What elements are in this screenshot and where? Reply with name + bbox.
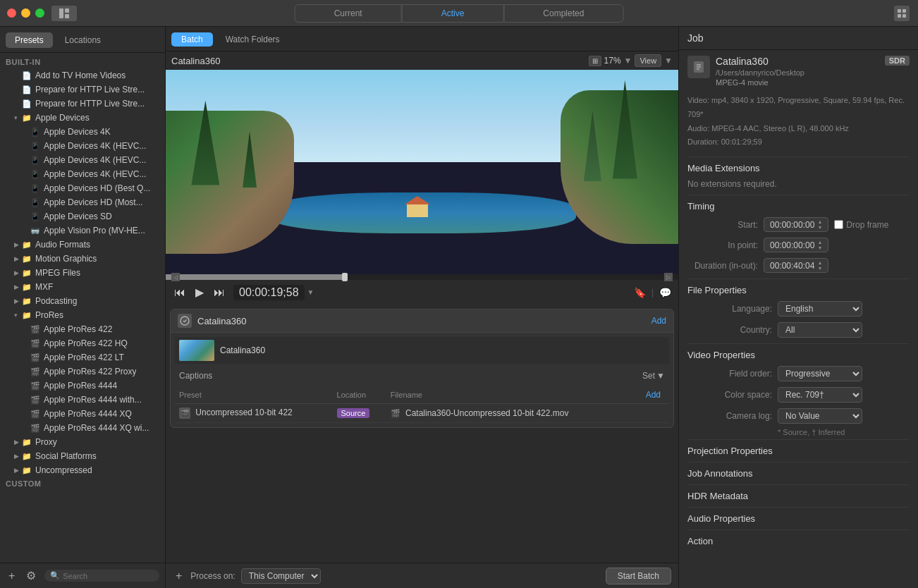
sidebar-item-motion-graphics[interactable]: ▶ 📁 Motion Graphics (0, 252, 165, 266)
view-arrow: ▼ (664, 56, 673, 66)
timecode-display: 00:00:19;58 ▼ (233, 285, 314, 300)
sidebar-item-apple-4k[interactable]: 📱 Apple Devices 4K (0, 125, 165, 139)
sidebar-item-apple-4k-hevc3[interactable]: 📱 Apple Devices 4K (HEVC... (0, 167, 165, 181)
duration-up-btn[interactable]: ▲ (817, 260, 822, 265)
sidebar-item-label: Apple ProRes 422 (44, 324, 112, 334)
sidebar-item-prores-422-hq[interactable]: 🎬 Apple ProRes 422 HQ (0, 336, 165, 350)
timecode-dropdown-arrow[interactable]: ▼ (307, 288, 314, 296)
aspect-ratio-button[interactable]: ⊞ (589, 56, 601, 66)
sidebar-item-prores-4444-xq-wi[interactable]: 🎬 Apple ProRes 4444 XQ wi... (0, 421, 165, 435)
section-media-extensions[interactable]: Media Extensions (687, 157, 910, 176)
sidebar-item-proxy[interactable]: ▶ 📁 Proxy (0, 435, 165, 449)
sidebar-item-apple-sd[interactable]: 📱 Apple Devices SD (0, 209, 165, 223)
inpoint-stepper[interactable]: ▲ ▼ (817, 240, 822, 250)
add-output-button[interactable]: Add (642, 388, 665, 401)
section-video-properties-label: Video Properties (687, 350, 755, 360)
sidebar-item-apple-devices[interactable]: ▾ 📁 Apple Devices (0, 111, 165, 125)
section-file-properties[interactable]: File Properties (687, 278, 910, 298)
tab-locations[interactable]: Locations (56, 32, 110, 48)
add-preset-button[interactable]: + (6, 568, 18, 584)
scrubber-handle[interactable] (342, 273, 348, 281)
sidebar-item-podcasting[interactable]: ▶ 📁 Podcasting (0, 294, 165, 308)
sidebar-item-apple-4k-hevc1[interactable]: 📱 Apple Devices 4K (HEVC... (0, 139, 165, 153)
sidebar-item-audio-formats[interactable]: ▶ 📁 Audio Formats (0, 238, 165, 252)
tab-batch[interactable]: Batch (171, 32, 213, 47)
file-icon: 🎬 (30, 408, 41, 419)
start-stepper[interactable]: ▲ ▼ (817, 219, 822, 230)
section-video-properties[interactable]: Video Properties (687, 343, 910, 363)
section-projection[interactable]: Projection Properties (687, 439, 910, 459)
camera-log-select[interactable]: No Value (778, 408, 862, 424)
media-ext-message: No extensions required. (687, 176, 910, 192)
sidebar-item-apple-hd-most[interactable]: 📱 Apple Devices HD (Most... (0, 195, 165, 209)
sidebar-item-mxf[interactable]: ▶ 📁 MXF (0, 280, 165, 294)
start-down-btn[interactable]: ▼ (817, 225, 822, 230)
sidebar-item-apple-4k-hevc2[interactable]: 📱 Apple Devices 4K (HEVC... (0, 153, 165, 167)
gear-button[interactable]: ⚙ (23, 568, 39, 584)
sidebar-item-prores-422[interactable]: 🎬 Apple ProRes 422 (0, 322, 165, 336)
sidebar-item-prores-4444-xq[interactable]: 🎬 Apple ProRes 4444 XQ (0, 407, 165, 421)
start-timecode: 00:00:00:00 (770, 220, 814, 230)
bookmark-button[interactable]: 🔖 (634, 287, 646, 298)
maximize-button[interactable] (35, 8, 44, 18)
section-hdr-metadata[interactable]: HDR Metadata (687, 484, 910, 504)
captions-set-button[interactable]: Set ▼ (642, 371, 665, 381)
process-select[interactable]: This Computer (241, 568, 321, 584)
add-job-button[interactable]: + (173, 568, 185, 584)
sidebar-item-mpeg[interactable]: ▶ 📁 MPEG Files (0, 266, 165, 280)
section-audio-properties[interactable]: Audio Properties (687, 507, 910, 527)
sidebar-item-prores-422-proxy[interactable]: 🎬 Apple ProRes 422 Proxy (0, 365, 165, 379)
layout-icon[interactable] (51, 6, 77, 21)
duration-stepper[interactable]: ▲ ▼ (817, 260, 822, 271)
inpoint-down-btn[interactable]: ▼ (817, 245, 822, 250)
sidebar-item-prores[interactable]: ▾ 📁 ProRes (0, 308, 165, 322)
minimize-button[interactable] (21, 8, 30, 18)
tab-current[interactable]: Current (295, 4, 402, 23)
language-select[interactable]: English (778, 301, 862, 317)
grid-icon[interactable] (894, 6, 910, 21)
section-timing[interactable]: Timing (687, 195, 910, 214)
sidebar-item-prores-4444-with[interactable]: 🎬 Apple ProRes 4444 with... (0, 393, 165, 407)
folder-icon: 📁 (21, 239, 32, 250)
folder-icon: 📁 (21, 436, 32, 448)
tab-watch-folders[interactable]: Watch Folders (216, 32, 290, 47)
batch-job-add-button[interactable]: Add (651, 316, 666, 326)
sidebar-item-prores-422-lt[interactable]: 🎬 Apple ProRes 422 LT (0, 350, 165, 365)
sidebar-item-uncompressed[interactable]: ▶ 📁 Uncompressed (0, 463, 165, 477)
tab-active[interactable]: Active (402, 4, 504, 23)
color-space-select[interactable]: Rec. 709† (778, 387, 862, 403)
sidebar-item-prores-4444[interactable]: 🎬 Apple ProRes 4444 (0, 379, 165, 393)
right-panel-header: Job (679, 27, 918, 50)
tab-completed[interactable]: Completed (503, 4, 623, 23)
file-icon: 📄 (21, 70, 32, 81)
view-button[interactable]: View (635, 54, 661, 67)
play-button[interactable]: ▶ (194, 284, 205, 300)
sidebar-item-http1[interactable]: 📄 Prepare for HTTP Live Stre... (0, 82, 165, 97)
start-batch-button[interactable]: Start Batch (606, 568, 671, 584)
file-icon: 📱 (30, 126, 41, 137)
field-order-select[interactable]: Progressive (778, 366, 862, 381)
sidebar-item-add-tv[interactable]: 📄 Add to TV Home Videos (0, 68, 165, 82)
search-icon: 🔍 (50, 571, 60, 580)
section-job-annotations[interactable]: Job Annotations (687, 462, 910, 482)
inpoint-up-btn[interactable]: ▲ (817, 240, 822, 245)
country-select[interactable]: All (778, 322, 862, 338)
sidebar-item-http2[interactable]: 📄 Prepare for HTTP Live Stre... (0, 97, 165, 111)
go-to-end-button[interactable]: ⏭ (212, 285, 226, 300)
section-action[interactable]: Action (687, 529, 910, 549)
close-button[interactable] (7, 8, 16, 18)
annotation-button[interactable]: 💬 (659, 287, 671, 298)
drop-frame-checkbox[interactable] (834, 220, 843, 229)
sidebar-item-social-platforms[interactable]: ▶ 📁 Social Platforms (0, 449, 165, 463)
scrubber-bar[interactable]: ◁ ▷ (166, 274, 678, 280)
go-to-start-button[interactable]: ⏮ (173, 285, 187, 300)
color-space-row: Color space: Rec. 709† (687, 384, 910, 405)
search-input[interactable] (63, 572, 154, 580)
file-icon: 📱 (30, 169, 41, 180)
tab-presets[interactable]: Presets (6, 32, 53, 48)
duration-down-btn[interactable]: ▼ (817, 266, 822, 271)
sidebar-item-apple-hd-best[interactable]: 📱 Apple Devices HD (Best Q... (0, 181, 165, 195)
sidebar-item-apple-vision[interactable]: 🥽 Apple Vision Pro (MV-HE... (0, 223, 165, 238)
file-icon: 📱 (30, 140, 41, 152)
start-up-btn[interactable]: ▲ (817, 219, 822, 224)
